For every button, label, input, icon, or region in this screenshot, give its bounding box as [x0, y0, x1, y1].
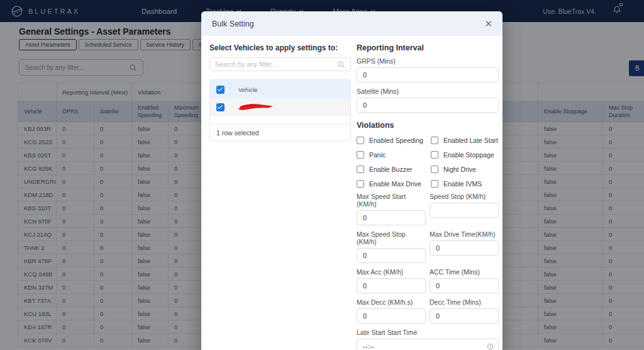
checkbox-enabled-late-start[interactable]: Enabled Late Start — [431, 137, 498, 144]
max-decc-km-h-s-field: Max Decc (KM/h.s) — [357, 293, 426, 324]
vehicle-row[interactable] — [210, 99, 350, 115]
vehicle-row-checkbox[interactable] — [216, 103, 225, 111]
max-drive-time-km-h-input-box — [430, 240, 499, 256]
checkbox-enable-max-drive[interactable]: Enable Max Drive — [357, 180, 431, 188]
checkbox-icon[interactable] — [431, 166, 438, 173]
max-decc-km-h-s-input[interactable] — [357, 312, 425, 320]
checkbox-label: Night Drive — [443, 166, 476, 173]
max-speed-start-km-h-input-box — [357, 210, 426, 225]
checkbox-label: Enable Buzzer — [369, 166, 412, 173]
field-pair-row: Max Decc (KM/h.s)Decc Time (Mins) — [357, 293, 499, 324]
grps-mins-field: GRPS (Mins) — [357, 57, 499, 82]
max-acc-km-h-label: Max Acc (KM/h) — [357, 268, 426, 276]
checkbox-label: Enable Max Drive — [369, 180, 421, 188]
vehicle-select-heading: Select Vehicles to apply settings to: — [209, 43, 351, 52]
checkbox-icon[interactable] — [431, 137, 438, 144]
modal-title: Bulk Setting — [212, 20, 254, 28]
checkbox-icon[interactable] — [357, 137, 364, 144]
checkbox-icon[interactable] — [357, 151, 364, 159]
violations-checkbox-row: Enable Max DriveEnable IVMS — [357, 180, 499, 188]
acc-time-mins-field: ACC Time (Mins) — [430, 263, 499, 293]
checkbox-icon[interactable] — [431, 151, 438, 159]
rows-selected-status: 1 row selected — [210, 124, 350, 140]
max-acc-km-h-input-box — [357, 278, 426, 293]
max-speed-stop-km-h-field: Max Speed Stop (KM/h) — [357, 225, 426, 263]
modal-body: Select Vehicles to apply settings to: Ve… — [201, 36, 502, 350]
grps-mins-label: GRPS (Mins) — [357, 57, 499, 65]
acc-time-mins-input-box — [430, 278, 499, 293]
bulk-setting-modal: Bulk Setting ✕ Select Vehicles to apply … — [201, 11, 502, 350]
field-pair-row: Max Speed Stop (KM/h)Max Drive Time(KM/h… — [357, 225, 499, 263]
vehicle-filter-search[interactable] — [209, 57, 351, 71]
vehicle-column-header: Vehicle — [230, 80, 350, 99]
max-decc-km-h-s-input-box — [357, 308, 426, 324]
satelite-mins-field: Satelite (Mins) — [357, 88, 499, 113]
decc-time-mins-field: Decc Time (Mins) — [430, 293, 499, 324]
vehicle-table-empty-row — [210, 115, 350, 124]
late-start-start-time-field: Late Start Start Time — [357, 329, 499, 350]
settings-panel: Reporting Interval GRPS (Mins)Satelite (… — [357, 43, 499, 350]
grps-mins-input[interactable] — [357, 71, 498, 79]
max-speed-stop-km-h-input[interactable] — [357, 252, 425, 259]
checkbox-label: Enable IVMS — [443, 180, 482, 188]
max-speed-start-km-h-input[interactable] — [357, 214, 425, 222]
checkbox-enabled-speeding[interactable]: Enabled Speeding — [357, 137, 431, 144]
speed-stop-km-h-field: Speed Stop (KM/h) — [430, 188, 499, 225]
checkbox-icon[interactable] — [357, 166, 364, 173]
field-pair-row: Max Acc (KM/h)ACC Time (Mins) — [357, 263, 499, 293]
checkbox-enable-buzzer[interactable]: Enable Buzzer — [357, 166, 431, 173]
violations-checkbox-row: Enable BuzzerNight Drive — [357, 166, 499, 173]
max-speed-start-km-h-label: Max Speed Start (KM/h) — [357, 193, 426, 208]
vehicle-table-header: Vehicle — [210, 80, 350, 99]
search-icon — [337, 60, 345, 69]
checkbox-label: Enabled Late Start — [443, 137, 498, 144]
acc-time-mins-label: ACC Time (Mins) — [430, 268, 499, 276]
max-acc-km-h-field: Max Acc (KM/h) — [357, 263, 426, 293]
decc-time-mins-input[interactable] — [430, 312, 498, 320]
satelite-mins-input-box — [357, 98, 499, 113]
max-speed-start-km-h-field: Max Speed Start (KM/h) — [357, 188, 426, 225]
reporting-interval-heading: Reporting Interval — [357, 43, 499, 52]
checkbox-panic[interactable]: Panic — [357, 151, 431, 159]
max-acc-km-h-input[interactable] — [357, 282, 425, 290]
late-start-start-time-input-box — [357, 339, 499, 350]
checkbox-enable-stoppage[interactable]: Enable Stoppage — [431, 151, 494, 159]
violations-checkbox-row: Enabled SpeedingEnabled Late Start — [357, 137, 499, 144]
checkbox-label: Panic — [369, 151, 386, 159]
late-start-start-time-input[interactable] — [357, 342, 498, 350]
modal-header: Bulk Setting ✕ — [201, 11, 502, 36]
checkbox-night-drive[interactable]: Night Drive — [431, 166, 476, 173]
checkbox-enable-ivms[interactable]: Enable IVMS — [431, 180, 482, 188]
max-speed-stop-km-h-input-box — [357, 248, 426, 263]
late-start-start-time-label: Late Start Start Time — [357, 329, 499, 336]
max-drive-time-km-h-input[interactable] — [430, 244, 498, 252]
decc-time-mins-input-box — [430, 308, 499, 324]
satelite-mins-label: Satelite (Mins) — [357, 88, 499, 95]
speed-stop-km-h-input[interactable] — [430, 206, 498, 214]
max-speed-stop-km-h-label: Max Speed Stop (KM/h) — [357, 230, 426, 246]
vehicle-search-input[interactable] — [215, 60, 337, 68]
vehicle-select-table: Vehicle 1 row selected — [209, 79, 351, 141]
acc-time-mins-input[interactable] — [430, 282, 498, 290]
speed-stop-km-h-label: Speed Stop (KM/h) — [430, 193, 499, 200]
violations-checkbox-row: PanicEnable Stoppage — [357, 151, 499, 159]
max-decc-km-h-s-label: Max Decc (KM/h.s) — [357, 298, 426, 306]
decc-time-mins-label: Decc Time (Mins) — [430, 298, 499, 306]
field-pair-row: Max Speed Start (KM/h)Speed Stop (KM/h) — [357, 188, 499, 225]
satelite-mins-input[interactable] — [357, 101, 498, 109]
close-icon[interactable]: ✕ — [484, 19, 492, 28]
clock-icon — [487, 343, 494, 350]
max-drive-time-km-h-field: Max Drive Time(KM/h) — [430, 225, 499, 263]
redacted-vehicle-name — [236, 101, 276, 113]
max-drive-time-km-h-label: Max Drive Time(KM/h) — [430, 230, 499, 238]
checkbox-label: Enable Stoppage — [443, 151, 494, 159]
speed-stop-km-h-input-box — [430, 203, 499, 218]
checkbox-icon[interactable] — [431, 180, 438, 188]
checkbox-icon[interactable] — [357, 180, 364, 188]
select-all-checkbox[interactable] — [216, 86, 225, 94]
vehicle-select-panel: Select Vehicles to apply settings to: Ve… — [209, 43, 351, 141]
checkbox-label: Enabled Speeding — [369, 137, 423, 144]
violations-heading: Violations — [357, 121, 499, 130]
grps-mins-input-box — [357, 67, 499, 82]
